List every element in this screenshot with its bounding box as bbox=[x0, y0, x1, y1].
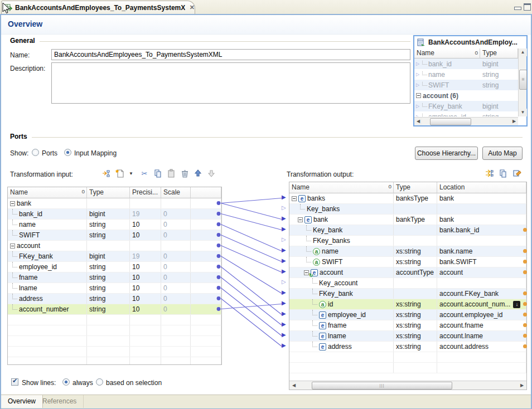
hierarchy-row[interactable]: account (6) bbox=[414, 90, 519, 101]
element-recurring-icon: e↻ bbox=[311, 269, 318, 276]
input-port-row[interactable]: fnamestring100 bbox=[8, 272, 221, 283]
scrollbar-thumb[interactable] bbox=[430, 118, 471, 125]
output-port-row[interactable]: eaddressxs:stringaccount.address bbox=[289, 342, 526, 352]
output-port-row[interactable]: ebanksbanksTypebank bbox=[289, 193, 526, 204]
hierarchy-vertical-scrollbar[interactable]: ▲ ▼ bbox=[518, 48, 526, 116]
input-col-precision[interactable]: Precisi... bbox=[130, 187, 161, 198]
hierarchy-field-type: string bbox=[480, 71, 518, 79]
minimize-view-icon[interactable] bbox=[514, 7, 521, 10]
move-up-icon[interactable] bbox=[193, 168, 203, 178]
always-radio[interactable] bbox=[62, 378, 70, 386]
editor-tab[interactable]: BankAccountsAndEmployees_To_PaymentsSyst… bbox=[1, 1, 195, 14]
collapse-toggle-icon[interactable] bbox=[416, 93, 421, 98]
input-port-row[interactable]: bank_idbigint190 bbox=[8, 209, 221, 220]
expand-arrow-icon[interactable]: ▷ bbox=[414, 82, 421, 87]
output-port-row[interactable]: efnamexs:stringaccount.fname bbox=[289, 320, 526, 331]
input-col-type[interactable]: Type bbox=[87, 187, 130, 198]
always-radio-label[interactable]: always bbox=[72, 379, 93, 387]
add-ports-icon[interactable] bbox=[101, 168, 112, 178]
delete-icon[interactable] bbox=[180, 168, 190, 178]
collapse-toggle-icon[interactable] bbox=[10, 244, 15, 249]
hierarchy-preview-panel[interactable]: BankAccountsAndEmploy... Name o Type ▷ba… bbox=[413, 35, 528, 126]
input-col-name[interactable]: Name o bbox=[8, 187, 87, 198]
input-mapping-radio[interactable] bbox=[64, 149, 71, 156]
hierarchy-row[interactable]: ▷namestring bbox=[414, 69, 519, 80]
scroll-left-icon[interactable]: ◀ bbox=[414, 118, 422, 125]
name-input[interactable] bbox=[51, 49, 410, 60]
input-port-row[interactable]: bank bbox=[8, 198, 221, 209]
clear-mapping-icon[interactable] bbox=[511, 168, 521, 178]
expand-arrow-icon[interactable]: ▷ bbox=[414, 104, 421, 109]
output-port-row[interactable]: eemployee_idxs:stringaccount.employee_id bbox=[289, 310, 526, 320]
output-port-row[interactable]: aSWIFTxs:stringbank.SWIFT bbox=[289, 257, 526, 267]
output-horizontal-scrollbar[interactable]: ◀ ▶ bbox=[289, 381, 526, 389]
map-ports-icon[interactable] bbox=[485, 168, 495, 178]
output-port-row[interactable]: anamexs:stringbank.name bbox=[289, 246, 526, 257]
collapse-toggle-icon[interactable] bbox=[10, 201, 15, 206]
collapse-toggle-icon[interactable] bbox=[298, 217, 303, 222]
tab-references[interactable]: References bbox=[36, 395, 84, 408]
maximize-view-icon[interactable] bbox=[524, 3, 531, 11]
port-scale: 0 bbox=[161, 283, 191, 293]
input-port-row[interactable]: FKey_bankbigint190 bbox=[8, 251, 221, 262]
input-col-scale[interactable]: Scale bbox=[161, 187, 191, 198]
output-port-row[interactable]: Key_bankbank.bank_id bbox=[289, 225, 526, 236]
input-port-row[interactable]: SWIFTstring100 bbox=[8, 230, 221, 241]
new-port-menu-icon[interactable]: ▼ bbox=[126, 168, 136, 178]
output-port-row[interactable]: ebankbankTypebank bbox=[289, 215, 526, 225]
scroll-down-icon[interactable]: ▼ bbox=[519, 109, 527, 116]
output-port-row[interactable]: FKey_bankaccount.FKey_bank bbox=[289, 289, 526, 299]
output-port-row[interactable]: Key_banks bbox=[289, 204, 526, 215]
based-on-selection-radio[interactable] bbox=[96, 378, 103, 386]
hierarchy-col-name[interactable]: Name o bbox=[414, 48, 480, 59]
hierarchy-horizontal-scrollbar[interactable]: ◀ ▶ bbox=[414, 117, 518, 125]
scroll-up-icon[interactable]: ▲ bbox=[519, 48, 527, 56]
input-mapping-radio-label[interactable]: Input Mapping bbox=[74, 149, 117, 157]
paste-icon[interactable] bbox=[166, 168, 176, 178]
scrollbar-thumb[interactable] bbox=[519, 70, 527, 90]
output-port-row[interactable]: Key_account bbox=[289, 278, 526, 289]
scroll-right-icon[interactable]: ▶ bbox=[510, 118, 518, 125]
scroll-right-icon[interactable]: ▶ bbox=[518, 382, 526, 389]
new-port-icon[interactable] bbox=[115, 168, 125, 178]
hierarchy-row[interactable]: ▷SWIFTstring bbox=[414, 80, 519, 90]
ports-radio-label[interactable]: Ports bbox=[42, 149, 57, 157]
hierarchy-row[interactable]: ▷employee_idstring bbox=[414, 111, 519, 116]
output-port-row[interactable]: elnamexs:stringaccount.lname bbox=[289, 331, 526, 342]
input-port-row[interactable]: addressstring100 bbox=[8, 294, 221, 304]
tab-close-icon[interactable]: ✕ bbox=[190, 4, 195, 11]
copy-icon[interactable] bbox=[153, 168, 163, 178]
based-on-selection-radio-label[interactable]: based on selection bbox=[106, 379, 162, 387]
scrollbar-thumb[interactable] bbox=[312, 382, 452, 389]
move-down-icon[interactable] bbox=[206, 168, 216, 178]
copy-icon[interactable] bbox=[498, 168, 508, 178]
output-col-name[interactable]: Name o bbox=[289, 182, 394, 193]
expand-arrow-icon[interactable]: ▷ bbox=[414, 72, 421, 77]
expand-arrow-icon[interactable]: ▷ bbox=[414, 61, 421, 66]
hierarchy-col-type[interactable]: Type bbox=[480, 48, 518, 59]
collapse-toggle-icon[interactable] bbox=[292, 196, 297, 201]
output-port-row[interactable]: aidxs:stringaccount.account_num...↓ bbox=[289, 299, 526, 310]
input-port-row[interactable]: namestring100 bbox=[8, 220, 221, 230]
show-lines-label[interactable]: Show lines: bbox=[22, 379, 56, 387]
right-connector-dot bbox=[523, 270, 527, 274]
input-port-row[interactable]: account_numberstring100 bbox=[8, 304, 221, 315]
output-col-type[interactable]: Type bbox=[394, 182, 437, 193]
hierarchy-row[interactable]: ▷FKey_bankbigint bbox=[414, 101, 519, 111]
input-port-row[interactable]: account bbox=[8, 241, 221, 251]
show-lines-checkbox[interactable] bbox=[11, 378, 18, 386]
cut-icon[interactable]: ✂ bbox=[139, 168, 149, 178]
output-col-location[interactable]: Location bbox=[437, 182, 526, 193]
description-input[interactable] bbox=[51, 62, 410, 104]
input-port-row[interactable]: employee_idstring100 bbox=[8, 262, 221, 272]
output-port-row[interactable]: e↻accountaccountTypeaccount bbox=[289, 267, 526, 278]
input-port-row[interactable]: lnamestring100 bbox=[8, 283, 221, 294]
collapse-toggle-icon[interactable] bbox=[304, 270, 309, 275]
expand-arrow-icon[interactable]: ▷ bbox=[414, 114, 421, 116]
scroll-left-icon[interactable]: ◀ bbox=[290, 382, 298, 389]
auto-map-button[interactable]: Auto Map bbox=[482, 147, 523, 160]
hierarchy-row[interactable]: ▷bank_idbigint bbox=[414, 59, 519, 69]
choose-hierarchy-button[interactable]: Choose Hierarchy... bbox=[415, 147, 478, 160]
output-port-row[interactable]: FKey_banks bbox=[289, 236, 526, 246]
ports-radio[interactable] bbox=[32, 149, 39, 156]
